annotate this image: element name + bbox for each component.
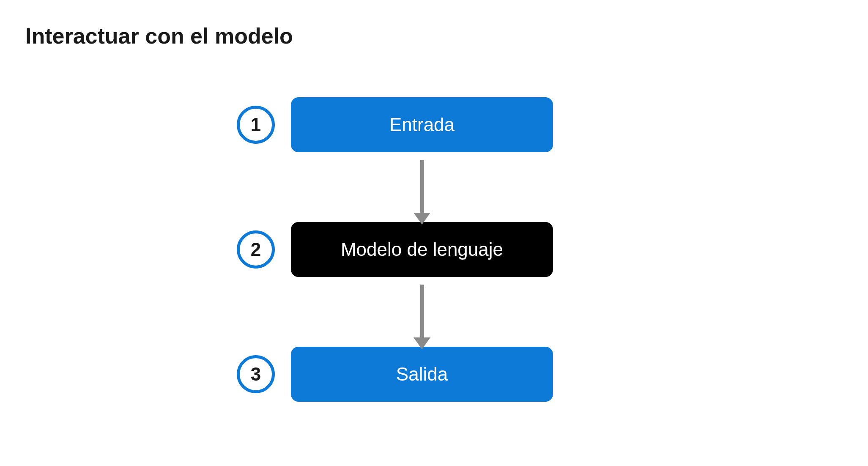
step-row-3: 3 Salida [237,347,617,402]
step-number-2: 2 [237,230,275,269]
step-row-1: 1 Entrada [237,97,617,152]
step-box-modelo: Modelo de lenguaje [291,222,553,277]
arrow-2-to-3 [291,277,553,347]
arrow-1-to-2 [291,152,553,222]
step-number-1: 1 [237,106,275,144]
arrow-down-icon [420,160,424,215]
step-box-entrada: Entrada [291,97,553,152]
step-number-3: 3 [237,355,275,393]
step-box-salida: Salida [291,347,553,402]
arrow-down-icon [420,285,424,340]
step-row-2: 2 Modelo de lenguaje [237,222,617,277]
diagram-container: 1 Entrada 2 Modelo de lenguaje 3 Salida [237,97,617,402]
page-title: Interactuar con el modelo [25,23,293,49]
